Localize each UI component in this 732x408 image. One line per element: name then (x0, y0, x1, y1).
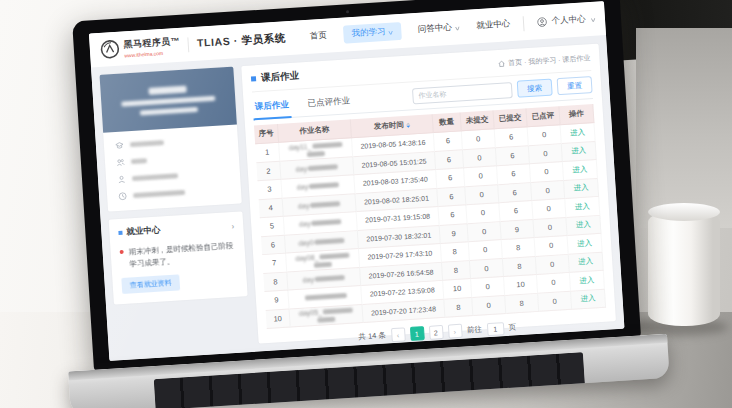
submitted-count: 6 (496, 146, 530, 167)
action-cell: 进入 (563, 160, 598, 181)
profile-card (100, 67, 242, 212)
goto-page-input[interactable] (486, 322, 504, 336)
tab-reviewed-homework[interactable]: 已点评作业 (305, 90, 353, 116)
next-page-button[interactable]: › (447, 324, 462, 339)
col-reviewed: 已点评 (526, 106, 560, 127)
itheima-logo-icon[interactable] (99, 39, 120, 60)
list-item (115, 134, 227, 150)
action-cell: 进入 (564, 178, 599, 199)
unsubmitted-count: 0 (462, 129, 496, 150)
row-index: 4 (259, 198, 284, 218)
prev-page-button[interactable]: ‹ (390, 327, 405, 342)
reviewed-count: 0 (529, 144, 563, 165)
laptop-screen-bezel: 黑马程序员™ www.itheima.com TLIAS · 学员系统 首页 我… (72, 0, 641, 373)
reviewed-count: 0 (532, 199, 566, 220)
total-count: 10 (443, 279, 472, 299)
list-item (118, 185, 230, 201)
reviewed-count: 0 (528, 125, 562, 146)
enter-link[interactable]: 进入 (579, 275, 595, 286)
chevron-down-icon: ∨ (454, 24, 461, 31)
nav-label: 我的学习 (351, 26, 386, 40)
view-job-materials-button[interactable]: 查看就业资料 (121, 275, 180, 295)
tab-homework[interactable]: 课后作业 (252, 94, 291, 120)
masked-homework-name: day (297, 181, 340, 191)
enter-link[interactable]: 进入 (572, 164, 588, 175)
nav-item-my-learning[interactable]: 我的学习 ∨ (343, 22, 401, 44)
unsubmitted-count: 0 (472, 295, 506, 316)
reset-button[interactable]: 重置 (557, 76, 593, 95)
page-button-2[interactable]: 2 (428, 325, 443, 340)
search-box: 搜索 重置 (412, 76, 593, 109)
enter-link[interactable]: 进入 (580, 294, 596, 305)
job-center-card: 就业中心 › 期末冲刺，是时候检验自己阶段学习成果了。 查看就业资料 (109, 211, 248, 304)
homework-name-input[interactable] (412, 82, 513, 104)
total-count: 6 (434, 131, 463, 151)
unsubmitted-count: 0 (465, 185, 499, 206)
nav-label: 首页 (309, 30, 327, 43)
wall-right (636, 28, 732, 228)
enter-link[interactable]: 进入 (577, 238, 593, 249)
job-center-title: 就业中心 (126, 224, 161, 238)
total-count-text: 共 14 条 (358, 331, 386, 343)
user-menu[interactable]: 个人中心 ∨ (514, 11, 595, 31)
col-submitted: 已提交 (494, 108, 528, 129)
reviewed-count: 0 (537, 273, 571, 294)
nav-item-job-center[interactable]: 就业中心 (476, 18, 511, 32)
unsubmitted-count: 0 (463, 148, 497, 169)
submitted-count: 6 (498, 183, 532, 204)
col-index: 序号 (254, 124, 279, 144)
enter-link[interactable]: 进入 (571, 146, 587, 157)
search-button[interactable]: 搜索 (517, 79, 553, 98)
clock-icon (118, 191, 128, 201)
row-index: 8 (263, 272, 288, 292)
total-count: 8 (444, 298, 473, 318)
masked-student-name (148, 85, 186, 94)
homework-panel: 课后作业 首页 · 我的学习 · 课后作业 课后作业 已点评作业 (241, 44, 616, 344)
tabs: 课后作业 已点评作业 (252, 90, 353, 119)
homework-name: day05_ (290, 304, 364, 327)
divider (522, 16, 524, 31)
total-count: 6 (438, 205, 467, 225)
coffee-cup (648, 210, 720, 326)
chevron-down-icon: ∨ (589, 15, 596, 22)
unsubmitted-count: 0 (470, 259, 504, 280)
col-action: 操作 (559, 104, 594, 125)
enter-link[interactable]: 进入 (578, 257, 594, 268)
action-cell: 进入 (570, 271, 605, 292)
sort-desc-icon (406, 125, 410, 127)
sort-icon[interactable] (406, 122, 410, 127)
page-button-1[interactable]: 1 (409, 326, 424, 341)
laptop-screen: 黑马程序员™ www.itheima.com TLIAS · 学员系统 首页 我… (89, 1, 625, 361)
masked-class-info (140, 106, 198, 115)
col-unsubmitted: 未提交 (461, 110, 495, 131)
masked-class-info (121, 95, 215, 106)
enter-link[interactable]: 进入 (573, 183, 589, 194)
masked-homework-name: day (295, 163, 338, 173)
row-index: 9 (264, 291, 289, 311)
nav-label: 问答中心 (418, 22, 453, 36)
goto-unit: 页 (508, 322, 516, 332)
blue-square-bullet (251, 76, 256, 81)
masked-homework-name: day (299, 218, 342, 228)
photo-scene: 黑马程序员™ www.itheima.com TLIAS · 学员系统 首页 我… (0, 0, 732, 408)
user-icon (117, 175, 127, 185)
job-center-header[interactable]: 就业中心 › (118, 220, 235, 239)
action-cell: 进入 (571, 289, 606, 310)
nav-item-home[interactable]: 首页 (309, 30, 327, 43)
submitted-count: 9 (501, 220, 535, 241)
reviewed-count: 0 (536, 254, 570, 275)
breadcrumb-items: 首页 · 我的学习 · 课后作业 (508, 53, 591, 68)
enter-link[interactable]: 进入 (574, 201, 590, 212)
col-total: 数量 (433, 112, 462, 133)
nav-item-qa-center[interactable]: 问答中心 ∨ (418, 21, 460, 36)
reviewed-count: 0 (538, 291, 572, 312)
submitted-count: 8 (502, 238, 536, 259)
goto-label: 前往 (466, 324, 482, 335)
action-cell: 进入 (565, 197, 600, 218)
enter-link[interactable]: 进入 (576, 220, 592, 231)
row-index: 2 (256, 161, 281, 181)
enter-link[interactable]: 进入 (570, 127, 586, 138)
action-cell: 进入 (562, 141, 597, 162)
home-icon (497, 59, 505, 67)
sort-asc-icon (406, 122, 410, 124)
